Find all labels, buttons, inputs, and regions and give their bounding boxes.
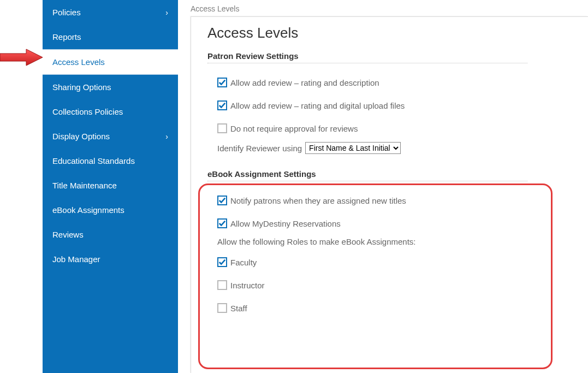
- identify-reviewer-select[interactable]: First Name & Last Initial: [305, 142, 401, 154]
- sidebar-item-label: Reviews: [52, 230, 84, 239]
- breadcrumb: Access Levels: [191, 4, 239, 13]
- page-title: Access Levels: [207, 25, 572, 42]
- svg-marker-0: [0, 49, 43, 66]
- checkbox-role-staff[interactable]: [217, 303, 227, 313]
- roles-intro-text: Allow the following Roles to make eBook …: [217, 237, 572, 246]
- sidebar-item-job-manager[interactable]: Job Manager: [43, 247, 178, 271]
- option-no-approval: Do not require approval for reviews: [217, 123, 572, 133]
- sidebar-item-collections-policies[interactable]: Collections Policies: [43, 99, 178, 124]
- option-role-instructor: Instructor: [217, 280, 572, 290]
- divider: [207, 181, 527, 181]
- sidebar-item-reports[interactable]: Reports: [43, 25, 178, 49]
- sidebar-item-label: Policies: [52, 8, 81, 17]
- sidebar-item-sharing-options[interactable]: Sharing Options: [43, 75, 178, 99]
- option-label: Instructor: [230, 281, 265, 290]
- sidebar-item-label: Display Options: [52, 132, 110, 141]
- sidebar: Policies › Reports Access Levels Sharing…: [43, 0, 178, 373]
- sidebar-item-policies[interactable]: Policies ›: [43, 0, 178, 25]
- sidebar-item-ebook-assignments[interactable]: eBook Assignments: [43, 198, 178, 222]
- sidebar-item-reviews[interactable]: Reviews: [43, 222, 178, 247]
- divider: [207, 63, 527, 63]
- sidebar-item-label: Job Manager: [52, 254, 100, 264]
- option-label: Do not require approval for reviews: [230, 124, 358, 133]
- identify-reviewer-label: Identify Reviewer using: [217, 144, 302, 153]
- sidebar-item-educational-standards[interactable]: Educational Standards: [43, 149, 178, 173]
- option-role-staff: Staff: [217, 303, 572, 313]
- checkbox-role-instructor[interactable]: [217, 280, 227, 290]
- checkbox-allow-review-rating-upload[interactable]: [217, 100, 227, 110]
- option-label: Notify patrons when they are assigned ne…: [230, 196, 406, 205]
- sidebar-item-access-levels[interactable]: Access Levels: [43, 49, 178, 75]
- chevron-right-icon: ›: [165, 132, 168, 141]
- sidebar-item-label: Sharing Options: [52, 82, 111, 92]
- section-title-ebook: eBook Assignment Settings: [207, 169, 572, 179]
- sidebar-item-display-options[interactable]: Display Options ›: [43, 124, 178, 149]
- option-notify-patrons: Notify patrons when they are assigned ne…: [217, 196, 572, 205]
- main-panel: Access Levels Patron Review Settings All…: [191, 16, 588, 373]
- sidebar-item-title-maintenance[interactable]: Title Maintenance: [43, 173, 178, 198]
- sidebar-item-label: Collections Policies: [52, 107, 123, 116]
- option-label: Allow add review – rating and digital up…: [230, 101, 405, 110]
- checkbox-notify-patrons[interactable]: [217, 196, 227, 205]
- checkbox-no-approval[interactable]: [217, 123, 227, 133]
- sidebar-item-label: Access Levels: [52, 57, 105, 67]
- option-label: Faculty: [230, 258, 257, 267]
- option-label: Allow MyDestiny Reservations: [230, 219, 341, 228]
- section-title-patron-review: Patron Review Settings: [207, 51, 572, 61]
- option-role-faculty: Faculty: [217, 257, 572, 267]
- checkbox-allow-review-rating-desc[interactable]: [217, 78, 227, 87]
- option-allow-review-rating-upload: Allow add review – rating and digital up…: [217, 100, 572, 110]
- checkbox-allow-mydestiny[interactable]: [217, 218, 227, 228]
- sidebar-item-label: Title Maintenance: [52, 181, 117, 190]
- chevron-right-icon: ›: [165, 8, 168, 17]
- checkbox-role-faculty[interactable]: [217, 257, 227, 267]
- sidebar-item-label: eBook Assignments: [52, 205, 124, 215]
- sidebar-item-label: Reports: [52, 32, 81, 42]
- option-label: Allow add review – rating and descriptio…: [230, 78, 379, 87]
- sidebar-item-label: Educational Standards: [52, 156, 135, 165]
- option-label: Staff: [230, 304, 247, 313]
- identify-reviewer-row: Identify Reviewer using First Name & Las…: [217, 142, 572, 154]
- annotation-arrow: [0, 48, 44, 67]
- option-allow-review-rating-desc: Allow add review – rating and descriptio…: [217, 78, 572, 87]
- option-allow-mydestiny: Allow MyDestiny Reservations: [217, 218, 572, 228]
